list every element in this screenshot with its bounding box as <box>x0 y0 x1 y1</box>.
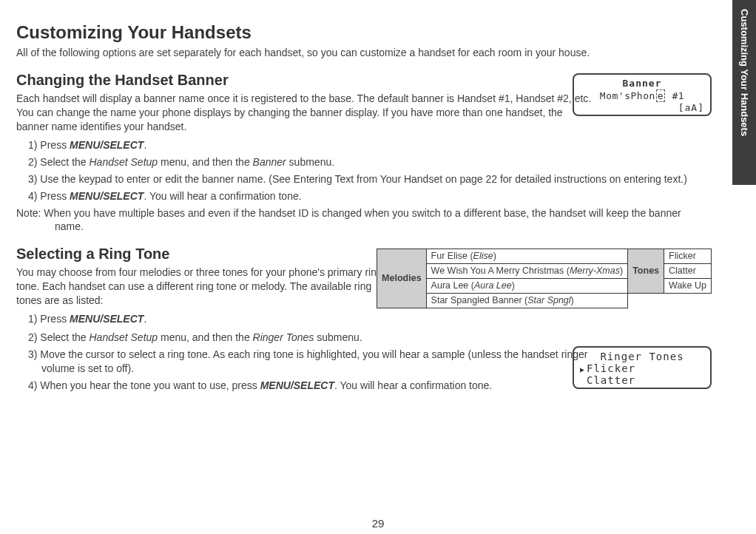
t: Select the <box>40 331 89 343</box>
t: MENU/SELECT <box>260 379 334 391</box>
lcd-ringer-title: Ringer Tones <box>580 351 704 362</box>
banner-step-4: 4) Press MENU/SELECT. You will hear a co… <box>28 189 712 203</box>
banner-step-3: 3) Use the keypad to enter or edit the b… <box>28 172 712 186</box>
banner-step-2: 2) Select the Handset Setup menu, and th… <box>28 155 712 169</box>
lcd-cursor: e <box>656 89 665 103</box>
banner-step-1: 1) Press MENU/SELECT. <box>28 138 712 152</box>
melody-1: Fur Elise (Elise) <box>426 249 628 264</box>
t: Aura Lee <box>474 280 512 291</box>
t: Star Spngl <box>527 295 570 305</box>
t: Press <box>40 139 70 151</box>
t: ) <box>512 280 515 291</box>
t: . You will hear a confirmation tone. <box>334 379 492 391</box>
lcd-banner-text-b: #1 <box>666 90 684 101</box>
t: . You will hear a confirmation tone. <box>144 190 301 202</box>
t: We Wish You A Merry Christmas ( <box>431 266 570 276</box>
t: Move the cursor to select a ring tone. A… <box>40 348 587 374</box>
ringtone-step-4: 4) When you hear the tone you want to us… <box>28 379 598 393</box>
page-number: 29 <box>0 517 756 530</box>
ringtone-steps-part1: 1) Press MENU/SELECT. <box>28 312 712 326</box>
t: Banner <box>253 156 286 168</box>
tones-header: Tones <box>628 249 664 294</box>
t: Fur Elise ( <box>431 251 473 261</box>
t: Handset Setup <box>90 331 158 343</box>
cursor-triangle-icon: ▶ <box>580 365 587 374</box>
t: ) <box>571 295 574 305</box>
banner-steps: 1) Press MENU/SELECT. 2) Select the Hand… <box>28 138 712 203</box>
lcd-ringer-row1: ▶Flicker <box>580 362 704 374</box>
banner-paragraph: Each handset will display a banner name … <box>16 92 593 134</box>
tone-1: Flicker <box>664 249 712 264</box>
melodies-header: Melodies <box>377 249 427 308</box>
lcd-ringer-row2: Clatter <box>580 374 704 386</box>
lcd-banner-line1: Banner <box>574 78 710 89</box>
banner-note: Note: When you have multiple bases and e… <box>16 206 712 234</box>
t: Merry-Xmas <box>570 266 620 276</box>
t: MENU/SELECT <box>70 190 144 202</box>
ringtone-table: Melodies Fur Elise (Elise) Tones Flicker… <box>377 249 712 308</box>
banner-section: Changing the Handset Banner Each handset… <box>16 70 712 234</box>
lcd-banner-line3: [aA] <box>574 102 710 114</box>
t: Use the keypad to enter or edit the bann… <box>40 173 687 185</box>
t: ) <box>620 266 623 276</box>
t: Elise <box>473 251 493 261</box>
lcd-banner-line2: Mom'sPhone #1 <box>574 89 710 103</box>
ringtone-step-2: 2) Select the Handset Setup menu, and th… <box>28 331 598 345</box>
t: Flicker <box>587 362 635 374</box>
t: menu, and then the <box>158 156 252 168</box>
t: ) <box>493 251 496 261</box>
page-title: Customizing Your Handsets <box>16 21 712 44</box>
melody-3: Aura Lee (Aura Lee) <box>426 279 628 294</box>
lcd-banner-screen: Banner Mom'sPhone #1 [aA] <box>573 73 712 116</box>
t: Star Spangled Banner ( <box>431 295 528 305</box>
note-label: Note: <box>16 207 44 219</box>
t: MENU/SELECT <box>70 139 144 151</box>
t: Press <box>40 313 70 325</box>
t: Handset Setup <box>90 156 158 168</box>
ringtone-step-1: 1) Press MENU/SELECT. <box>28 312 712 326</box>
t: Press <box>40 190 70 202</box>
melody-2: We Wish You A Merry Christmas (Merry-Xma… <box>426 264 628 279</box>
t: submenu. <box>314 331 362 343</box>
ringtone-section: Selecting a Ring Tone You may choose fro… <box>16 244 712 392</box>
side-tab: Customizing Your Handsets <box>732 0 756 185</box>
spacer <box>580 377 587 386</box>
t: . <box>144 139 146 151</box>
t: Select the <box>40 156 89 168</box>
t: MENU/SELECT <box>70 313 144 325</box>
t: Aura Lee ( <box>431 280 474 291</box>
t: . <box>144 313 146 325</box>
ringtone-step-3: 3) Move the cursor to select a ring tone… <box>28 348 598 376</box>
note-text: When you have multiple bases and even if… <box>44 207 681 233</box>
tone-2: Clatter <box>664 264 712 279</box>
t: Ringer Tones <box>253 331 314 343</box>
ringtone-intro: You may choose from four melodies or thr… <box>16 266 386 308</box>
lcd-ringer-screen: Ringer Tones ▶Flicker Clatter <box>573 346 712 389</box>
t: When you hear the tone you want to use, … <box>40 379 260 391</box>
t: menu, and then the <box>158 331 252 343</box>
intro-paragraph: All of the following options are set sep… <box>16 46 712 60</box>
tone-3: Wake Up <box>664 279 712 294</box>
ringtone-steps-part2: 2) Select the Handset Setup menu, and th… <box>28 331 598 393</box>
melody-4: Star Spangled Banner (Star Spngl) <box>426 293 628 308</box>
page-content: Customizing Your Handsets All of the fol… <box>0 0 756 392</box>
lcd-banner-text-a: Mom'sPhon <box>600 90 655 101</box>
t: Clatter <box>587 374 635 386</box>
t: submenu. <box>286 156 334 168</box>
